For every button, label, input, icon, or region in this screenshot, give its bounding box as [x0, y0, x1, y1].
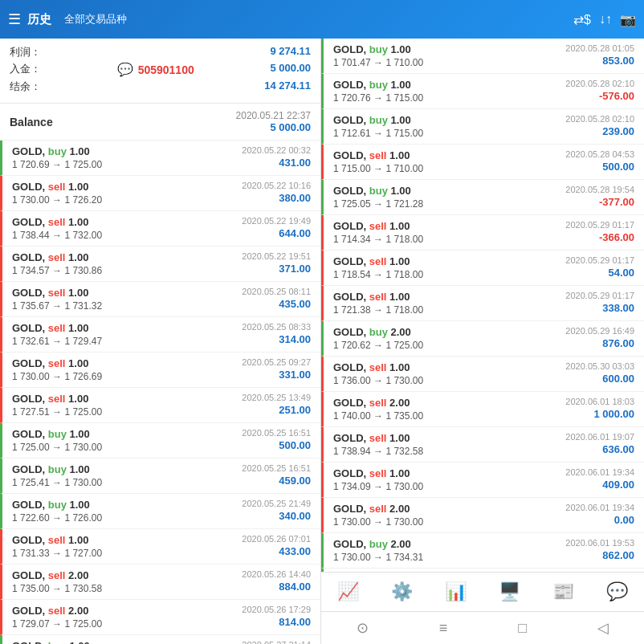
- trade-right: 2020.05.28 02:10 239.00: [546, 114, 634, 137]
- trade-date: 2020.05.22 10:16: [222, 181, 311, 190]
- trade-prices: 1 729.07 → 1 725.00: [12, 618, 222, 630]
- trade-left: GOLD, sell 2.00 1 729.07 → 1 725.00: [12, 605, 222, 630]
- right-trade-list[interactable]: GOLD, buy 1.00 1 701.47 → 1 710.00 2020.…: [321, 39, 644, 572]
- monitor-icon[interactable]: 🖥️: [489, 578, 530, 605]
- trade-right: 2020.05.28 04:53 500.00: [546, 149, 634, 173]
- trade-profit: 380.00: [222, 192, 311, 204]
- trade-right: 2020.05.22 00:32 431.00: [222, 145, 311, 169]
- trade-right: 2020.05.29 01:17 54.00: [546, 255, 634, 279]
- trade-right: 2020.05.22 10:16 380.00: [222, 181, 311, 204]
- trade-type: GOLD, sell 2.00: [12, 605, 222, 617]
- trade-profit: 251.00: [222, 404, 311, 416]
- trade-date: 2020.06.01 18:03: [546, 397, 634, 406]
- trade-date: 2020.05.22 00:32: [222, 145, 311, 155]
- main-content: 利润： 9 274.11 入金： 💬 505901100 5 000.00 结余…: [0, 39, 644, 644]
- trade-date: 2020.05.25 09:27: [222, 357, 311, 367]
- trade-profit: 435.00: [222, 298, 311, 310]
- trade-left: GOLD, sell 1.00 1 731.33 → 1 727.00: [12, 534, 222, 559]
- trade-item: GOLD, sell 1.00 1 734.57 → 1 730.86 2020…: [0, 247, 320, 282]
- trade-type: GOLD, buy 1.00: [12, 640, 222, 644]
- trade-prices: 1 734.09 → 1 730.00: [333, 481, 546, 492]
- trade-right: 2020.06.01 19:07 636.00: [546, 432, 634, 455]
- profit-row: 利润： 9 274.11: [10, 45, 311, 59]
- trade-left: GOLD, buy 1.00 1 725.41 → 1 730.00: [12, 463, 222, 488]
- trade-type: GOLD, sell 1.00: [12, 181, 222, 193]
- trade-date: 2020.05.29 16:49: [546, 326, 634, 336]
- trade-type: GOLD, buy 1.00: [12, 145, 222, 157]
- trade-prices: 1 718.54 → 1 718.00: [333, 269, 546, 280]
- trade-right: 2020.06.01 19:34 0.00: [546, 503, 634, 526]
- camera-icon[interactable]: 📷: [620, 12, 636, 27]
- settings-icon[interactable]: ⚙️: [381, 578, 422, 605]
- trade-item: GOLD, buy 1.00 1 720.69 → 1 725.00 2020.…: [0, 141, 320, 176]
- trade-left: GOLD, sell 1.00 1 735.67 → 1 731.32: [12, 287, 222, 312]
- right-trade-item: GOLD, sell 1.00 1 718.54 → 1 718.00 2020…: [321, 251, 644, 286]
- right-panel: GOLD, buy 1.00 1 701.47 → 1 710.00 2020.…: [321, 39, 644, 644]
- back-ctrl[interactable]: ◁: [597, 619, 609, 637]
- trade-prices: 1 731.33 → 1 727.00: [12, 548, 222, 559]
- trade-type: GOLD, sell 1.00: [333, 255, 546, 267]
- right-trade-item: GOLD, sell 1.00 1 738.94 → 1 732.58 2020…: [321, 427, 644, 463]
- trade-type: GOLD, sell 1.00: [12, 393, 222, 405]
- trade-left: GOLD, sell 2.00 1 730.00 → 1 730.00: [333, 503, 546, 528]
- trade-profit: 884.00: [222, 581, 311, 593]
- trade-prices: 1 734.57 → 1 730.86: [12, 265, 222, 276]
- trade-type: GOLD, sell 2.00: [333, 503, 546, 515]
- trade-item: GOLD, buy 1.00 1 722.60 → 1 726.00 2020.…: [0, 494, 320, 529]
- menu-icon[interactable]: ☰: [8, 10, 21, 28]
- balance-item: Balance 2020.05.21 22:37 5 000.00: [0, 104, 320, 141]
- sort-icon[interactable]: ↓↑: [599, 12, 612, 26]
- trade-type: GOLD, buy 1.00: [333, 114, 546, 126]
- chat-icon[interactable]: 💬: [597, 578, 638, 605]
- left-trade-list[interactable]: Balance 2020.05.21 22:37 5 000.00 GOLD, …: [0, 104, 320, 644]
- trade-type: GOLD, sell 1.00: [333, 220, 546, 232]
- trade-prices: 1 727.51 → 1 725.00: [12, 406, 222, 418]
- trade-item: GOLD, sell 1.00 1 730.00 → 1 726.20 2020…: [0, 176, 320, 211]
- trade-type: GOLD, sell 1.00: [12, 534, 222, 546]
- trade-profit: -377.00: [546, 196, 634, 208]
- header-subtitle: 全部交易品种: [64, 12, 567, 26]
- trade-left: GOLD, sell 1.00 1 738.94 → 1 732.58: [333, 432, 546, 457]
- trade-prices: 1 714.34 → 1 718.00: [333, 234, 546, 245]
- trade-right: 2020.05.22 19:49 644.00: [222, 216, 311, 239]
- trade-left: GOLD, sell 1.00 1 732.61 → 1 729.47: [12, 322, 222, 347]
- trade-date: 2020.05.29 01:17: [546, 291, 634, 300]
- trade-right: 2020.05.22 19:51 371.00: [222, 251, 311, 275]
- balance-label: 结余：: [10, 79, 41, 94]
- currency-icon[interactable]: ⇄$: [573, 12, 591, 27]
- chart-icon[interactable]: 📈: [328, 578, 369, 605]
- right-trade-item: GOLD, sell 2.00 1 730.00 → 1 730.00 2020…: [321, 498, 644, 533]
- trade-date: 2020.05.22 19:49: [222, 216, 311, 226]
- trade-profit: 862.00: [546, 549, 634, 561]
- analytics-icon[interactable]: 📊: [435, 578, 476, 605]
- trade-right: 2020.05.26 17:29 814.00: [222, 605, 311, 628]
- trade-item: GOLD, sell 1.00 1 730.00 → 1 726.69 2020…: [0, 353, 320, 388]
- trade-left: GOLD, sell 1.00 1 734.09 → 1 730.00: [333, 467, 546, 492]
- left-trades-container: GOLD, buy 1.00 1 720.69 → 1 725.00 2020.…: [0, 141, 320, 644]
- news-icon[interactable]: 📰: [543, 578, 584, 605]
- header-title: 历史: [27, 12, 51, 27]
- square-ctrl[interactable]: □: [518, 620, 527, 637]
- trade-right: 2020.05.29 16:49 876.00: [546, 326, 634, 349]
- trade-prices: 1 730.00 → 1 734.31: [333, 552, 546, 563]
- trade-type: GOLD, sell 2.00: [12, 569, 222, 581]
- trade-left: GOLD, sell 1.00 1 715.00 → 1 710.00: [333, 149, 546, 174]
- trade-right: 2020.05.25 16:51 500.00: [222, 428, 311, 451]
- trade-prices: 1 730.00 → 1 730.00: [333, 516, 546, 528]
- trade-date: 2020.05.25 13:49: [222, 393, 311, 402]
- trade-profit: 331.00: [222, 369, 311, 381]
- trade-date: 2020.05.28 02:10: [546, 114, 634, 124]
- trade-right: 2020.05.25 21:49 340.00: [222, 499, 311, 522]
- trade-item: GOLD, buy 1.00 1 725.00 → 1 730.00 2020.…: [0, 423, 320, 459]
- home-ctrl[interactable]: ⊙: [357, 619, 369, 637]
- trade-left: GOLD, buy 1.00 1 725.05 → 1 721.28: [333, 185, 546, 210]
- trade-left: GOLD, buy 1.00 1 712.61 → 1 715.00: [333, 114, 546, 139]
- trade-prices: 1 720.69 → 1 725.00: [12, 159, 222, 170]
- balance-value: 14 274.11: [264, 79, 311, 94]
- trade-right: 2020.05.26 14:40 884.00: [222, 569, 311, 593]
- trade-prices: 1 730.00 → 1 726.20: [12, 194, 222, 206]
- menu-ctrl[interactable]: ≡: [439, 620, 448, 637]
- trade-prices: 1 712.61 → 1 715.00: [333, 128, 546, 139]
- trade-profit: 340.00: [222, 510, 311, 522]
- balance-row: 结余： 14 274.11: [10, 79, 311, 94]
